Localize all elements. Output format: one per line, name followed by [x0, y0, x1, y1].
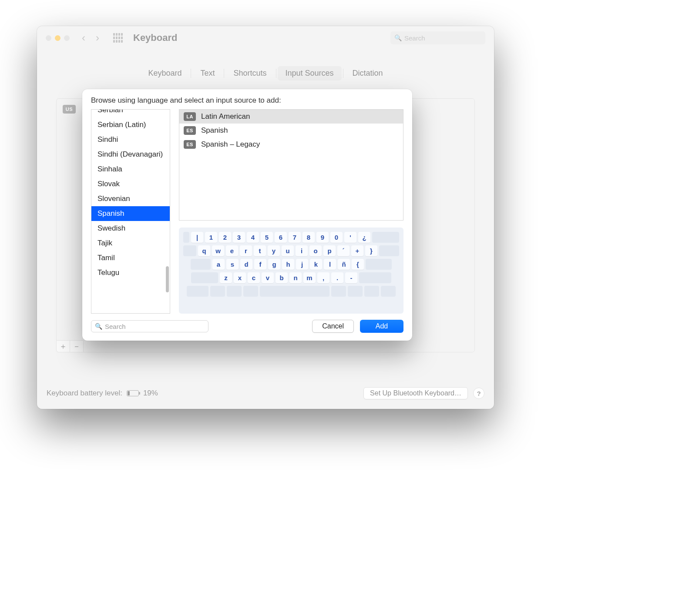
key: .: [331, 272, 343, 283]
key-modifier: [348, 286, 363, 297]
key: +: [351, 245, 363, 256]
key: |: [191, 232, 203, 243]
language-item[interactable]: Tajik: [91, 236, 170, 251]
key-modifier: [364, 286, 379, 297]
key: m: [303, 272, 316, 283]
key: u: [282, 245, 294, 256]
key: j: [296, 259, 308, 270]
key: e: [226, 245, 238, 256]
language-item[interactable]: Sinhala: [91, 162, 170, 177]
key: f: [254, 259, 266, 270]
input-source-item[interactable]: ESSpanish – Legacy: [179, 137, 403, 151]
preferences-window: ‹ › Keyboard 🔍 Search KeyboardTextShortc…: [37, 26, 494, 409]
key: 0: [330, 232, 343, 243]
search-placeholder: Search: [105, 323, 126, 330]
language-item[interactable]: Slovenian: [91, 191, 170, 206]
key-modifier: [187, 286, 208, 297]
language-item[interactable]: Swedish: [91, 221, 170, 236]
cancel-button[interactable]: Cancel: [312, 320, 354, 333]
key: n: [289, 272, 302, 283]
add-input-source-dialog: Browse using language and select an inpu…: [82, 89, 412, 341]
key: 4: [247, 232, 259, 243]
key: p: [323, 245, 336, 256]
key: ´: [337, 245, 350, 256]
language-item[interactable]: Tamil: [91, 251, 170, 265]
key: i: [296, 245, 308, 256]
source-name: Latin American: [201, 112, 250, 121]
key: c: [248, 272, 260, 283]
key-blank: [366, 259, 392, 270]
language-item[interactable]: Sindhi: [91, 132, 170, 147]
key: y: [268, 245, 280, 256]
key: {: [352, 259, 364, 270]
dialog-header: Browse using language and select an inpu…: [82, 89, 412, 109]
key-modifier: [210, 286, 225, 297]
language-item[interactable]: Serbian (Latin): [91, 117, 170, 132]
key: v: [262, 272, 274, 283]
key: -: [345, 272, 357, 283]
key: ñ: [338, 259, 350, 270]
key-modifier: [381, 286, 396, 297]
source-badge: LA: [184, 112, 196, 121]
source-name: Spanish: [201, 126, 228, 135]
key-blank: [183, 232, 189, 243]
key: q: [198, 245, 210, 256]
key: ': [344, 232, 356, 243]
input-source-item[interactable]: LALatin American: [179, 110, 403, 124]
input-source-item[interactable]: ESSpanish: [179, 124, 403, 137]
key: s: [226, 259, 239, 270]
source-name: Spanish – Legacy: [201, 140, 260, 149]
key: b: [276, 272, 288, 283]
language-item[interactable]: Serbian: [91, 110, 170, 117]
key-blank: [372, 232, 399, 243]
key: }: [365, 245, 377, 256]
key: k: [310, 259, 322, 270]
language-item[interactable]: Slovak: [91, 177, 170, 191]
key: r: [240, 245, 252, 256]
add-button[interactable]: Add: [360, 320, 403, 333]
key-modifier: [243, 286, 258, 297]
scrollbar-thumb[interactable]: [166, 266, 169, 292]
language-list[interactable]: SerbianSerbian (Latin)SindhiSindhi (Deva…: [91, 109, 170, 314]
key-blank: [359, 272, 391, 283]
key: 2: [219, 232, 231, 243]
key-blank: [191, 272, 218, 283]
key: l: [324, 259, 336, 270]
key: 1: [205, 232, 217, 243]
source-badge: ES: [184, 140, 196, 149]
key: t: [254, 245, 266, 256]
language-item[interactable]: Spanish: [91, 206, 170, 221]
key: o: [309, 245, 322, 256]
keyboard-preview: |1234567890'¿qwertyuiop´+}asdfghjklñ{zxc…: [179, 228, 403, 314]
language-search-input[interactable]: 🔍 Search: [91, 320, 208, 332]
language-item[interactable]: Sindhi (Devanagari): [91, 147, 170, 162]
key: d: [240, 259, 252, 270]
key: x: [234, 272, 246, 283]
key: 8: [303, 232, 315, 243]
key: h: [282, 259, 294, 270]
source-badge: ES: [184, 126, 196, 135]
key: 9: [316, 232, 329, 243]
key: 3: [233, 232, 245, 243]
key-spacebar: [260, 286, 329, 297]
key-blank: [191, 259, 211, 270]
language-item[interactable]: Telugu: [91, 265, 170, 280]
key-modifier: [331, 286, 346, 297]
key: 7: [289, 232, 301, 243]
key-blank: [379, 245, 399, 256]
key: w: [212, 245, 224, 256]
input-source-list[interactable]: LALatin AmericanESSpanishESSpanish – Leg…: [179, 109, 403, 221]
key: z: [220, 272, 232, 283]
key: a: [212, 259, 225, 270]
key-modifier: [227, 286, 242, 297]
key: 6: [275, 232, 287, 243]
key: g: [268, 259, 280, 270]
key: ¿: [358, 232, 370, 243]
key-blank: [183, 245, 196, 256]
key: 5: [261, 232, 273, 243]
search-icon: 🔍: [95, 323, 102, 330]
key: ,: [317, 272, 329, 283]
